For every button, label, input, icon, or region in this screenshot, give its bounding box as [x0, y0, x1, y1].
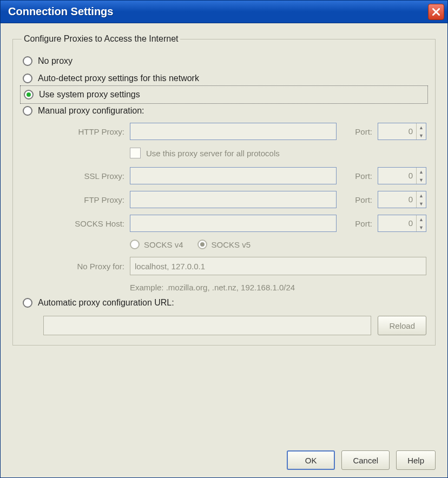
socks-port-label: Port:: [342, 219, 372, 228]
proxy-groupbox: Configure Proxies to Access the Internet…: [12, 34, 436, 346]
spinner-up-icon[interactable]: ▲: [417, 123, 426, 131]
ssl-port-spinner[interactable]: 0 ▲ ▼: [378, 167, 426, 184]
radio-label: Automatic proxy configuration URL:: [38, 298, 174, 308]
dialog-content: Configure Proxies to Access the Internet…: [1, 23, 447, 477]
radio-label: Use system proxy settings: [39, 90, 140, 99]
ssl-port-label: Port:: [342, 171, 372, 181]
noproxy-input[interactable]: [130, 257, 426, 275]
ok-button[interactable]: OK: [287, 450, 335, 470]
help-button[interactable]: Help: [396, 450, 436, 470]
dialog-button-row: OK Cancel Help: [12, 441, 436, 470]
radio-icon: [23, 106, 32, 116]
socks-v4-label: SOCKS v4: [144, 240, 183, 249]
radio-auto-url[interactable]: Automatic proxy configuration URL:: [22, 294, 426, 311]
spinner-buttons: ▲ ▼: [416, 168, 426, 184]
radio-no-proxy[interactable]: No proxy: [22, 52, 426, 70]
spinner-buttons: ▲ ▼: [416, 191, 426, 208]
socks-port-spinner[interactable]: 0 ▲ ▼: [378, 215, 426, 232]
spinner-up-icon[interactable]: ▲: [417, 215, 426, 223]
ssl-proxy-label: SSL Proxy:: [43, 171, 124, 181]
ftp-proxy-label: FTP Proxy:: [43, 195, 124, 204]
radio-icon: [130, 240, 140, 249]
ssl-proxy-input[interactable]: [130, 167, 337, 184]
http-port-label: Port:: [342, 127, 372, 136]
close-icon: [432, 8, 440, 16]
pac-url-input[interactable]: [43, 316, 371, 335]
radio-socks-v5[interactable]: SOCKS v5: [197, 240, 251, 249]
socks-v5-label: SOCKS v5: [212, 240, 251, 249]
http-port-value: 0: [378, 123, 416, 140]
spinner-up-icon[interactable]: ▲: [417, 191, 426, 200]
pac-row: Reload: [43, 316, 426, 335]
noproxy-example: Example: .mozilla.org, .net.nz, 192.168.…: [130, 282, 426, 292]
noproxy-label: No Proxy for:: [43, 262, 124, 271]
ftp-port-value: 0: [378, 191, 416, 208]
radio-label: Auto-detect proxy settings for this netw…: [38, 74, 199, 83]
ssl-port-value: 0: [378, 168, 416, 184]
use-all-label: Use this proxy server for all protocols: [146, 149, 280, 158]
radio-icon: [23, 56, 32, 66]
spinner-down-icon[interactable]: ▼: [417, 223, 426, 231]
radio-auto-detect[interactable]: Auto-detect proxy settings for this netw…: [22, 70, 426, 87]
spinner-buttons: ▲ ▼: [416, 215, 426, 231]
cancel-button[interactable]: Cancel: [341, 450, 390, 470]
spinner-buttons: ▲ ▼: [416, 123, 426, 140]
reload-button[interactable]: Reload: [378, 316, 426, 335]
radio-manual[interactable]: Manual proxy configuration:: [22, 102, 426, 119]
radio-label: No proxy: [38, 56, 73, 66]
groupbox-legend: Configure Proxies to Access the Internet: [22, 34, 180, 44]
use-all-proxy-row[interactable]: Use this proxy server for all protocols: [130, 147, 426, 161]
ftp-proxy-input[interactable]: [130, 191, 337, 208]
ftp-port-label: Port:: [342, 195, 372, 204]
socks-host-label: SOCKS Host:: [43, 219, 124, 228]
socks-host-input[interactable]: [130, 215, 337, 232]
connection-settings-window: Connection Settings Configure Proxies to…: [0, 0, 448, 478]
close-button[interactable]: [428, 4, 444, 20]
spinner-down-icon[interactable]: ▼: [417, 176, 426, 184]
http-proxy-input[interactable]: [130, 123, 337, 140]
titlebar: Connection Settings: [1, 1, 447, 23]
socks-port-value: 0: [378, 215, 416, 231]
radio-icon: [24, 90, 34, 99]
radio-icon: [23, 74, 32, 83]
radio-icon: [197, 240, 207, 249]
socks-version-row: SOCKS v4 SOCKS v5: [130, 238, 426, 250]
spinner-up-icon[interactable]: ▲: [417, 168, 426, 176]
radio-use-system[interactable]: Use system proxy settings: [22, 87, 426, 102]
spinner-down-icon[interactable]: ▼: [417, 200, 426, 208]
manual-proxy-grid: HTTP Proxy: Port: 0 ▲ ▼ Use this proxy s…: [43, 123, 426, 292]
radio-socks-v4[interactable]: SOCKS v4: [130, 240, 183, 249]
ftp-port-spinner[interactable]: 0 ▲ ▼: [378, 191, 426, 208]
http-port-spinner[interactable]: 0 ▲ ▼: [378, 123, 426, 140]
radio-label: Manual proxy configuration:: [38, 106, 144, 116]
http-proxy-label: HTTP Proxy:: [43, 127, 124, 136]
use-all-checkbox[interactable]: [130, 148, 141, 158]
spinner-down-icon[interactable]: ▼: [417, 131, 426, 140]
window-title: Connection Settings: [8, 5, 113, 18]
radio-icon: [23, 298, 32, 308]
